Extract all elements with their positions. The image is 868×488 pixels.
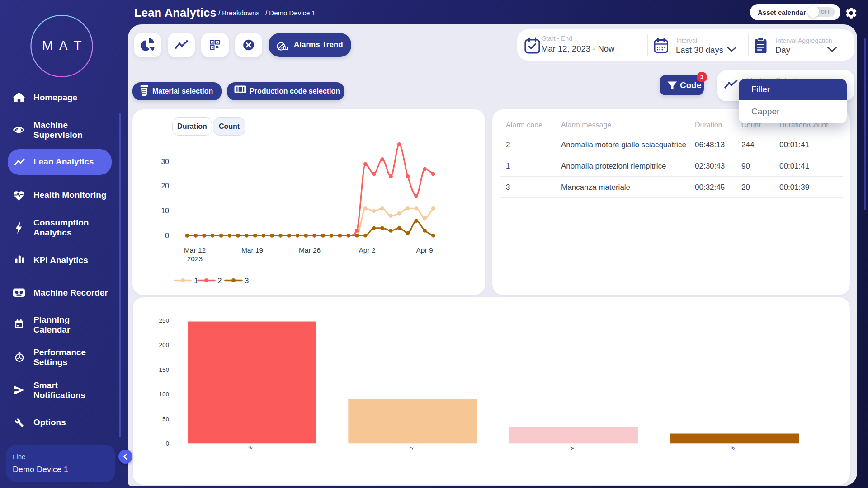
svg-text:0: 0 bbox=[165, 232, 169, 239]
svg-text:4: 4 bbox=[569, 446, 575, 451]
svg-text:100: 100 bbox=[159, 391, 169, 398]
svg-text:2023: 2023 bbox=[187, 255, 203, 263]
svg-text:10: 10 bbox=[161, 207, 169, 215]
svg-text:Apr 9: Apr 9 bbox=[416, 246, 433, 254]
svg-text:Mar 26: Mar 26 bbox=[299, 246, 321, 254]
svg-text:1: 1 bbox=[408, 445, 415, 450]
svg-text:20: 20 bbox=[161, 182, 169, 190]
svg-text:2: 2 bbox=[217, 277, 222, 285]
svg-text:0: 0 bbox=[165, 440, 169, 447]
svg-text:250: 250 bbox=[159, 317, 169, 324]
svg-text:3: 3 bbox=[245, 277, 249, 285]
svg-text:Apr 2: Apr 2 bbox=[359, 246, 375, 254]
svg-text:3: 3 bbox=[730, 446, 736, 451]
svg-text:150: 150 bbox=[159, 366, 169, 373]
svg-text:M A T: M A T bbox=[42, 38, 83, 53]
svg-text:50: 50 bbox=[162, 416, 169, 422]
svg-text:Mar 19: Mar 19 bbox=[241, 246, 263, 254]
svg-text:Mar 12: Mar 12 bbox=[184, 246, 206, 254]
svg-text:30: 30 bbox=[161, 158, 169, 165]
svg-text:200: 200 bbox=[159, 342, 169, 348]
svg-text:2: 2 bbox=[247, 445, 254, 450]
